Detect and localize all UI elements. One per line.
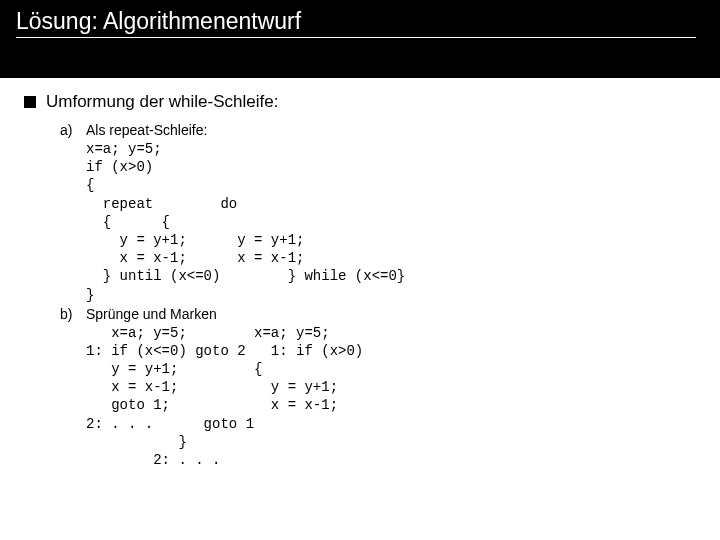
sub-label-b: b)	[60, 306, 78, 322]
bullet-item: Umformung der while-Schleife:	[24, 92, 696, 112]
sub-item-b: b) Sprünge und Marken x=a; y=5; x=a; y=5…	[60, 306, 696, 470]
sub-title-b: Sprünge und Marken	[86, 306, 363, 322]
sub-block: a) Als repeat-Schleife: x=a; y=5; if (x>…	[60, 122, 696, 469]
code-block-b: x=a; y=5; x=a; y=5; 1: if (x<=0) goto 2 …	[86, 324, 363, 470]
bullet-square-icon	[24, 96, 36, 108]
bullet-text: Umformung der while-Schleife:	[46, 92, 278, 112]
slide-title: Lösung: Algorithmenentwurf	[16, 8, 696, 38]
slide-content: Umformung der while-Schleife: a) Als rep…	[0, 78, 720, 469]
slide-header: Lösung: Algorithmenentwurf	[0, 0, 720, 78]
sub-body-b: Sprünge und Marken x=a; y=5; x=a; y=5; 1…	[86, 306, 363, 470]
sub-label-a: a)	[60, 122, 78, 138]
sub-title-a: Als repeat-Schleife:	[86, 122, 405, 138]
sub-body-a: Als repeat-Schleife: x=a; y=5; if (x>0) …	[86, 122, 405, 304]
code-block-a: x=a; y=5; if (x>0) { repeat do { { y = y…	[86, 140, 405, 304]
sub-item-a: a) Als repeat-Schleife: x=a; y=5; if (x>…	[60, 122, 696, 304]
